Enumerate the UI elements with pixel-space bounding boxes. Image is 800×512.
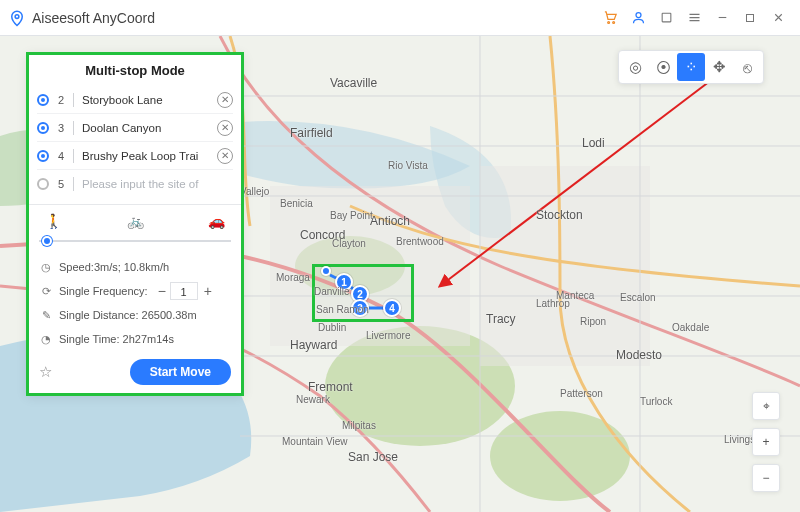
mode-toolbar: ◎⦿⁘✥⎋ <box>618 50 764 84</box>
stop-radio[interactable] <box>37 178 49 190</box>
stop-row[interactable]: 3Doolan Canyon✕ <box>37 114 233 142</box>
stop-radio[interactable] <box>37 94 49 106</box>
route-panel: Multi-stop Mode 2Storybook Lane✕3Doolan … <box>26 52 244 396</box>
frequency-value: 1 <box>170 282 198 300</box>
map-recenter-button[interactable]: ⌖ <box>752 392 780 420</box>
multi-stop-mode-button[interactable]: ⁘ <box>677 53 705 81</box>
teleport-mode-button[interactable]: ◎ <box>621 53 649 81</box>
frequency-decrease[interactable]: − <box>152 282 170 300</box>
stop-radio[interactable] <box>37 150 49 162</box>
zoom-out-button[interactable]: − <box>752 464 780 492</box>
waypoint-marker[interactable]: 4 <box>383 299 401 317</box>
distance-icon: ✎ <box>39 308 53 322</box>
stop-name: Doolan Canyon <box>82 122 217 134</box>
window-toggle-button[interactable] <box>652 4 680 32</box>
favorite-button[interactable]: ☆ <box>39 363 52 381</box>
stop-row[interactable]: 2Storybook Lane✕ <box>37 86 233 114</box>
car-mode-icon[interactable]: 🚗 <box>208 213 225 229</box>
svg-point-2 <box>612 22 614 24</box>
svg-point-0 <box>15 14 19 18</box>
distance-row: ✎ Single Distance: 26500.38m <box>39 303 231 327</box>
svg-point-3 <box>636 13 641 18</box>
zoom-in-button[interactable]: + <box>752 428 780 456</box>
bike-mode-icon[interactable]: 🚲 <box>127 213 144 229</box>
speed-icon: ◷ <box>39 260 53 274</box>
app-title: Aiseesoft AnyCoord <box>32 10 155 26</box>
stop-clear-button[interactable]: ✕ <box>217 120 233 136</box>
stop-name: Brushy Peak Loop Trai <box>82 150 217 162</box>
close-button[interactable] <box>764 4 792 32</box>
stop-name: Please input the site of <box>82 178 233 190</box>
app-logo-icon <box>8 9 26 27</box>
user-button[interactable] <box>624 4 652 32</box>
time-row: ◔ Single Time: 2h27m14s <box>39 327 231 351</box>
stop-number: 3 <box>55 122 67 134</box>
waypoint-marker[interactable]: 1 <box>335 273 353 291</box>
svg-rect-5 <box>747 14 754 21</box>
stop-clear-button[interactable]: ✕ <box>217 92 233 108</box>
minimize-button[interactable] <box>708 4 736 32</box>
frequency-row: ⟳ Single Frequency: − 1 + <box>39 279 231 303</box>
titlebar: Aiseesoft AnyCoord <box>0 0 800 36</box>
one-stop-mode-button[interactable]: ⦿ <box>649 53 677 81</box>
walk-mode-icon[interactable]: 🚶 <box>45 213 62 229</box>
stop-row[interactable]: 4Brushy Peak Loop Trai✕ <box>37 142 233 170</box>
frequency-icon: ⟳ <box>39 284 53 298</box>
stop-name: Storybook Lane <box>82 94 217 106</box>
svg-point-1 <box>607 22 609 24</box>
svg-rect-4 <box>662 13 671 22</box>
exit-mode-button[interactable]: ⎋ <box>733 53 761 81</box>
map-controls: ⌖ + − <box>752 392 780 492</box>
frequency-stepper[interactable]: − 1 + <box>152 282 216 300</box>
waypoint-marker[interactable]: 3 <box>351 299 369 317</box>
panel-title: Multi-stop Mode <box>27 63 243 78</box>
stop-row[interactable]: 5Please input the site of <box>37 170 233 198</box>
speed-row: ◷ Speed:3m/s; 10.8km/h <box>39 255 231 279</box>
waypoint-marker[interactable] <box>321 266 331 276</box>
travel-mode-row: 🚶 🚲 🚗 <box>27 204 243 231</box>
menu-button[interactable] <box>680 4 708 32</box>
maximize-button[interactable] <box>736 4 764 32</box>
stop-number: 5 <box>55 178 67 190</box>
stop-number: 2 <box>55 94 67 106</box>
stop-radio[interactable] <box>37 122 49 134</box>
start-move-button[interactable]: Start Move <box>130 359 231 385</box>
cart-button[interactable] <box>596 4 624 32</box>
svg-point-9 <box>490 411 630 501</box>
speed-slider[interactable] <box>39 233 231 249</box>
joystick-mode-button[interactable]: ✥ <box>705 53 733 81</box>
frequency-increase[interactable]: + <box>198 282 216 300</box>
stop-clear-button[interactable]: ✕ <box>217 148 233 164</box>
time-icon: ◔ <box>39 332 53 346</box>
stop-number: 4 <box>55 150 67 162</box>
